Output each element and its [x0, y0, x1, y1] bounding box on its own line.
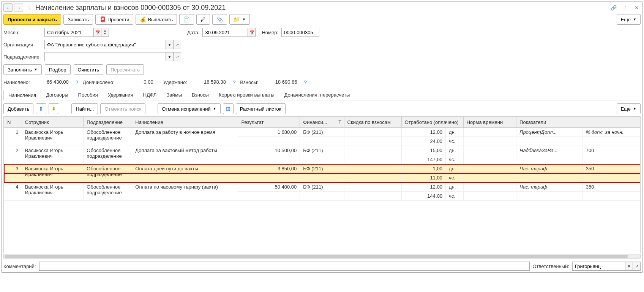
tab-bar: Начисления Договоры Пособия Удержания НД… [3, 89, 641, 100]
move-up-button[interactable]: ⬆ [36, 103, 46, 114]
paperclip-icon: 📎 [216, 16, 223, 22]
col-discount[interactable]: Скидка по взносам [344, 117, 401, 128]
dept-input[interactable] [44, 52, 166, 61]
responsible-input[interactable] [572, 262, 625, 271]
date-input[interactable] [202, 28, 248, 37]
favorite-icon[interactable]: ☆ [26, 3, 32, 12]
org-label: Организация: [3, 42, 41, 48]
payslip-button[interactable]: Расчетный листок [236, 103, 286, 114]
report-icon: 📄 [183, 16, 190, 22]
link-icon[interactable]: 🔗 [609, 3, 618, 12]
chevron-down-icon: ▼ [633, 17, 636, 21]
table-row[interactable]: 2 Васикоска Игорь Ираклиевич Обособленно… [4, 146, 640, 155]
horizontal-scrollbar[interactable] [3, 254, 641, 259]
contrib-label: Взносы: [240, 79, 259, 85]
col-financing[interactable]: Финанси... [300, 117, 335, 128]
tab-more-button[interactable]: Еще▼ [617, 103, 641, 114]
accruals-table[interactable]: N Сотрудник Подразделение Начисление Рез… [3, 116, 641, 253]
help-icon[interactable]: ? [304, 79, 307, 85]
calendar-icon[interactable]: 📅 [248, 28, 256, 37]
col-worked[interactable]: Отработано (оплачено) [401, 117, 463, 128]
help-icon[interactable]: ? [76, 79, 78, 85]
window-title: Начисление зарплаты и взносов 0000-00030… [35, 4, 608, 12]
chevron-down-icon: ▼ [633, 107, 636, 111]
folder-button[interactable]: 📁▼ [229, 14, 250, 25]
comment-input[interactable] [39, 262, 530, 271]
col-dept[interactable]: Подразделение [84, 117, 132, 128]
nav-back-button[interactable]: ← [3, 3, 13, 12]
write-button[interactable]: Записать [63, 14, 93, 25]
open-icon[interactable]: ↗ [174, 52, 181, 61]
accrued-label: Начислено: [3, 79, 30, 85]
date-label: Дата: [187, 30, 199, 35]
number-input[interactable] [281, 28, 319, 37]
fill-button[interactable]: Заполнить▼ [3, 64, 42, 75]
tab-corrections[interactable]: Корректировки выплаты [214, 89, 279, 100]
kebab-menu-icon[interactable]: ⋮ [621, 3, 629, 12]
extra-value: 0,00 [118, 78, 156, 86]
withheld-label: Удержано: [163, 79, 187, 85]
responsible-label: Ответственный: [533, 263, 569, 269]
col-indicators[interactable]: Показатели [516, 117, 640, 128]
col-accrual[interactable]: Начисление [132, 117, 238, 128]
select-button[interactable]: Подбор [45, 64, 71, 75]
close-icon[interactable]: ✕ [632, 3, 641, 12]
month-spinner[interactable]: ▲▼ [101, 28, 109, 37]
pay-icon: 💰 [140, 16, 146, 22]
tab-recalculations[interactable]: Доначисления, перерасчеты [279, 89, 355, 100]
grid-settings-button[interactable]: ⊞ [223, 103, 234, 114]
tab-ndfl[interactable]: НДФЛ [138, 89, 162, 100]
open-icon[interactable]: ↗ [174, 40, 181, 49]
recalc-button[interactable]: Пересчитать [106, 64, 144, 75]
calendar-icon[interactable]: 📅 [94, 28, 101, 37]
org-input[interactable] [44, 40, 166, 49]
add-button[interactable]: Добавить [3, 103, 33, 114]
tab-deductions[interactable]: Удержания [103, 89, 138, 100]
nav-forward-button[interactable]: → [14, 3, 23, 12]
chevron-down-icon: ▼ [242, 17, 246, 21]
table-row[interactable]: 4 Васикоска Игорь Ираклиевич Обособленно… [4, 182, 640, 192]
tab-contributions[interactable]: Взносы [187, 89, 214, 100]
number-label: Номер: [262, 30, 278, 35]
tab-contracts[interactable]: Договоры [41, 89, 73, 100]
col-t[interactable]: Т [335, 117, 344, 128]
month-input[interactable] [44, 28, 94, 37]
col-employee[interactable]: Сотрудник [22, 117, 84, 128]
cancel-fix-button[interactable]: Отмена исправлений▼ [158, 103, 221, 114]
find-button[interactable]: Найти... [71, 103, 98, 114]
move-down-button[interactable]: ⬇ [49, 103, 59, 114]
report-button[interactable]: 📄 [179, 14, 194, 25]
withheld-value: 18 598,38 [190, 78, 228, 86]
open-icon[interactable]: ↗ [633, 262, 641, 271]
post-icon: 📮 [99, 16, 106, 22]
accrued-value: 66 430,00 [33, 78, 71, 86]
post-and-close-button[interactable]: Провести и закрыть [3, 14, 61, 25]
clear-button[interactable]: Очистить [74, 64, 104, 75]
comment-label: Комментарий: [3, 263, 36, 269]
help-icon[interactable]: ? [233, 79, 235, 85]
tab-benefits[interactable]: Пособия [73, 89, 103, 100]
dropdown-icon[interactable]: ▼ [166, 40, 174, 49]
post-button[interactable]: 📮Провести [95, 14, 134, 25]
col-norm[interactable]: Норма времени [463, 117, 516, 128]
month-label: Месяц: [3, 30, 41, 35]
col-result[interactable]: Результат [238, 117, 300, 128]
print-button[interactable]: 🖊 [196, 14, 210, 25]
tab-loans[interactable]: Займы [161, 89, 187, 100]
cancel-search-button[interactable]: Отменить поиск [100, 103, 145, 114]
table-row[interactable]: 1 Васикоска Игорь Ираклиевич Обособленно… [4, 128, 640, 137]
col-n[interactable]: N [4, 117, 22, 128]
more-button[interactable]: Еще▼ [617, 14, 641, 25]
dropdown-icon[interactable]: ▼ [166, 52, 174, 61]
table-row[interactable]: 3 Васикоска Игорь Ираклиевич Обособленно… [4, 164, 640, 173]
contrib-value: 18 690,86 [262, 78, 300, 86]
attach-button[interactable]: 📎 [212, 14, 227, 25]
dropdown-icon[interactable]: ▼ [625, 262, 633, 271]
tab-accruals[interactable]: Начисления [3, 90, 41, 100]
pay-button[interactable]: 💰Выплатить [136, 14, 177, 25]
chevron-down-icon: ▼ [34, 68, 38, 71]
folder-icon: 📁 [234, 16, 240, 22]
chevron-down-icon: ▼ [213, 107, 216, 111]
extra-label: Доначислено: [83, 79, 115, 85]
print-icon: 🖊 [200, 16, 206, 22]
